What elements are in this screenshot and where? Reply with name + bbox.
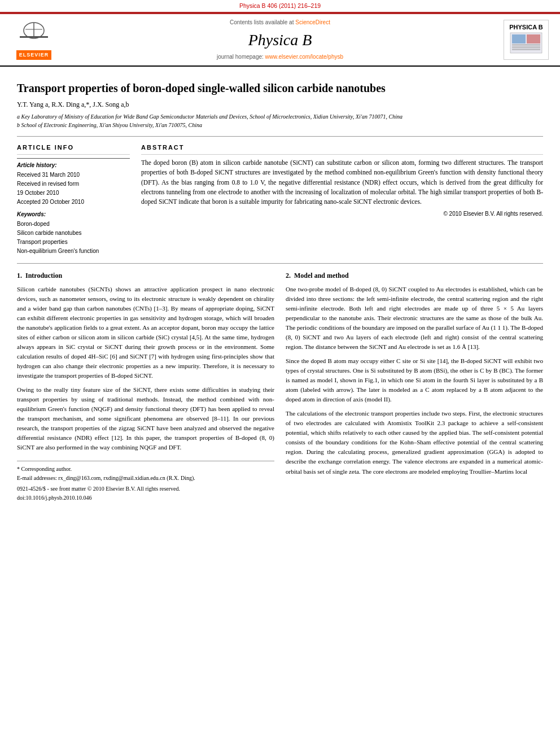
model-para-1: One two-probe model of B-doped (8, 0) Si… [286,285,543,352]
physica-b-cover-icon [509,32,543,54]
keyword-4: Non-equilibrium Green's function [17,247,130,255]
article-history: Article history: Received 31 March 2010 … [17,158,130,206]
abstract-title: ABSTRACT [141,143,543,155]
citation-text: Physica B 406 (2011) 216–219 [239,2,321,9]
keywords-block: Keywords: Boron-doped Silicon carbide na… [17,211,130,255]
abstract-text: The doped boron (B) atom in silicon carb… [141,158,543,207]
footnote-corresponding: * Corresponding author. [17,465,274,474]
received-revised-label: Received in revised form [17,180,130,188]
homepage-text: journal homepage: [217,54,265,60]
model-para-2: Since the doped B atom may occupy either… [286,356,543,404]
svg-rect-8 [512,46,540,48]
col-model-method: 2. Model and method One two-probe model … [286,270,543,502]
keyword-2: Silicon carbide nanotubes [17,229,130,237]
journal-header-center: Contents lists available at ScienceDirec… [56,19,504,61]
section1-heading: Introduction [25,272,62,279]
revised-date: 19 October 2010 [17,189,130,197]
svg-rect-6 [527,34,540,43]
abstract-panel: ABSTRACT The doped boron (B) atom in sil… [141,143,543,256]
citation-bar: Physica B 406 (2011) 216–219 [0,0,560,12]
footnote-area: * Corresponding author. E-mail addresses… [17,461,274,502]
svg-rect-5 [512,34,526,43]
svg-rect-7 [512,44,540,46]
footnote-issn: 0921-4526/$ - see front matter © 2010 El… [17,484,274,493]
email-label: E-mail addresses: [17,475,57,481]
sciencedirect-anchor[interactable]: ScienceDirect [295,19,330,25]
section1-title: 1. Introduction [17,270,274,281]
received-date: Received 31 March 2010 [17,171,130,179]
elsevier-logo: ELSEVIER [11,19,56,60]
keyword-1: Boron-doped [17,220,130,228]
svg-rect-0 [20,36,48,38]
sciencedirect-text: Contents lists available at [230,19,295,25]
homepage-url[interactable]: www.elsevier.com/locate/physb [265,54,343,60]
affiliation-b: b School of Electronic Engineering, Xi'a… [17,121,543,129]
svg-rect-9 [512,49,540,50]
divider-2 [17,263,543,264]
article-info-title: ARTICLE INFO [17,143,130,155]
section2-title: 2. Model and method [286,270,543,281]
keyword-3: Transport properties [17,238,130,246]
section1-number: 1. [17,272,22,279]
intro-para-1: Silicon carbide nanotubes (SiCNTs) shows… [17,285,274,381]
elsevier-tree-icon [17,19,51,50]
article-info-panel: ARTICLE INFO Article history: Received 3… [17,143,130,256]
copyright-text: © 2010 Elsevier B.V. All rights reserved… [141,210,543,218]
history-label: Article history: [17,161,130,169]
keywords-label: Keywords: [17,211,130,219]
divider-1 [17,136,543,137]
footnote-emails: E-mail addresses: rx_ding@163.com, rxdin… [17,474,274,483]
section2-heading: Model and method [294,272,349,279]
email-values: rx_ding@163.com, rxding@mail.xidian.edu.… [58,475,195,481]
elsevier-label: ELSEVIER [16,50,52,60]
affiliation-a: a Key Laboratory of Ministry of Educatio… [17,112,543,121]
accepted-date: Accepted 20 October 2010 [17,198,130,206]
article-info-abstract-row: ARTICLE INFO Article history: Received 3… [17,143,543,256]
journal-header: ELSEVIER Contents lists available at Sci… [0,14,560,67]
model-para-3: The calculations of the electronic trans… [286,409,543,476]
col-introduction: 1. Introduction Silicon carbide nanotube… [17,270,274,502]
section2-number: 2. [286,272,291,279]
paper-title: Transport properties of boron-doped sing… [17,81,543,95]
authors-text: Y.T. Yang a, R.X. Ding a,*, J.X. Song a,… [17,101,129,108]
physica-b-logo: PHYSICA B [504,20,549,60]
footnote-doi: doi:10.1016/j.physb.2010.10.046 [17,493,274,503]
body-columns: 1. Introduction Silicon carbide nanotube… [17,270,543,502]
sciencedirect-link[interactable]: Contents lists available at ScienceDirec… [56,19,504,27]
authors-line: Y.T. Yang a, R.X. Ding a,*, J.X. Song a,… [17,100,543,110]
journal-title: Physica B [56,29,504,51]
journal-homepage: journal homepage: www.elsevier.com/locat… [56,53,504,61]
physica-b-logo-title: PHYSICA B [507,23,545,32]
main-content: Transport properties of boron-doped sing… [0,67,560,514]
affiliations: a Key Laboratory of Ministry of Educatio… [17,112,543,129]
intro-para-2: Owing to the really tiny feature size of… [17,385,274,452]
